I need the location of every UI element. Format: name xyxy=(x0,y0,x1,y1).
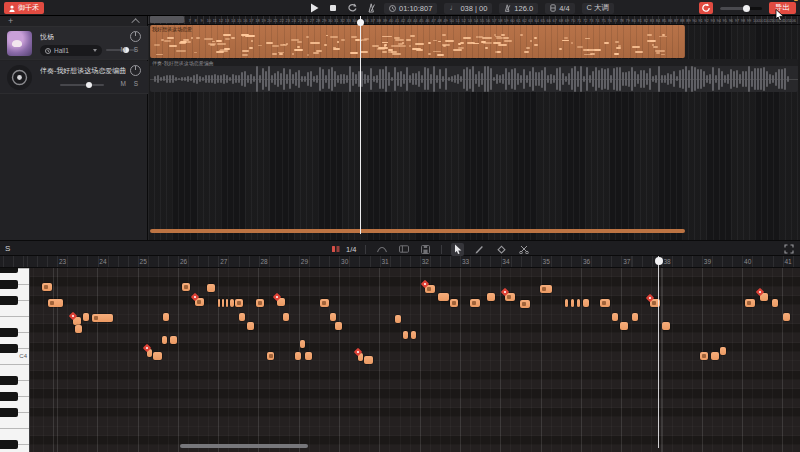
midi-note[interactable] xyxy=(583,299,589,307)
midi-note[interactable] xyxy=(520,300,530,308)
collapse-icon[interactable] xyxy=(131,18,139,26)
midi-note[interactable] xyxy=(75,325,82,333)
render-button[interactable] xyxy=(699,2,713,14)
midi-note[interactable] xyxy=(256,299,264,307)
piano-key-black[interactable] xyxy=(0,408,18,417)
midi-note[interactable] xyxy=(505,293,515,301)
playhead-handle[interactable] xyxy=(655,257,663,265)
midi-note[interactable] xyxy=(48,299,63,307)
play-button[interactable] xyxy=(308,2,320,14)
midi-note[interactable] xyxy=(267,352,274,360)
midi-note[interactable] xyxy=(411,331,416,339)
reverb-select[interactable]: Hall1 xyxy=(40,45,102,56)
midi-note[interactable] xyxy=(700,352,708,360)
add-track-button[interactable]: + xyxy=(8,16,13,26)
midi-note[interactable] xyxy=(335,322,342,330)
midi-note[interactable] xyxy=(540,285,552,293)
midi-note[interactable] xyxy=(218,299,220,307)
bpm-display[interactable]: 126.0 xyxy=(499,3,538,14)
volume-thumb[interactable] xyxy=(743,5,750,12)
midi-note[interactable] xyxy=(395,315,401,323)
midi-note[interactable] xyxy=(73,317,81,325)
midi-note[interactable] xyxy=(277,298,285,306)
piano-key-black[interactable] xyxy=(0,296,18,305)
midi-note[interactable] xyxy=(235,299,243,307)
midi-note[interactable] xyxy=(195,298,204,306)
master-volume-slider[interactable] xyxy=(720,2,762,14)
track-accompaniment[interactable]: 伴奏-我好想谈这场恋爱编曲 M S xyxy=(0,61,148,94)
midi-note[interactable] xyxy=(711,352,719,360)
piano-key-black[interactable] xyxy=(0,344,18,353)
midi-note[interactable] xyxy=(320,299,329,307)
midi-note[interactable] xyxy=(425,285,435,293)
pitch-curve-button[interactable] xyxy=(375,243,388,256)
loop-button[interactable] xyxy=(346,2,358,14)
piano-key-black[interactable] xyxy=(0,280,18,289)
midi-note[interactable] xyxy=(612,313,618,321)
timeline-ruler[interactable]: 1234567891011121314151617181920212223242… xyxy=(148,16,800,25)
midi-note[interactable] xyxy=(571,299,574,307)
midi-note[interactable] xyxy=(403,331,408,339)
midi-note[interactable] xyxy=(305,352,312,360)
expand-icon[interactable] xyxy=(784,244,794,254)
scissors-tool[interactable] xyxy=(517,243,530,256)
midi-note[interactable] xyxy=(487,293,495,301)
midi-note[interactable] xyxy=(182,283,190,291)
pencil-tool[interactable] xyxy=(473,243,486,256)
midi-note[interactable] xyxy=(42,283,52,291)
eraser-tool[interactable] xyxy=(495,243,508,256)
midi-note[interactable] xyxy=(772,299,778,307)
midi-note[interactable] xyxy=(247,322,254,330)
singer-button[interactable]: 御千禾 xyxy=(4,2,44,14)
midi-note[interactable] xyxy=(565,299,568,307)
midi-note[interactable] xyxy=(358,353,363,361)
track-vocal[interactable]: 悦杨 Hall1 M S xyxy=(0,27,148,60)
midi-note[interactable] xyxy=(92,314,113,322)
midi-note[interactable] xyxy=(226,299,228,307)
midi-note[interactable] xyxy=(222,299,224,307)
arrange-area[interactable]: 1234567891011121314151617181920212223242… xyxy=(148,16,800,240)
piano-roll-scrollbar[interactable] xyxy=(180,444,308,448)
midi-note[interactable] xyxy=(207,284,215,292)
midi-note[interactable] xyxy=(438,293,449,301)
midi-note[interactable] xyxy=(470,299,480,307)
midi-note[interactable] xyxy=(760,293,768,301)
note-grid[interactable] xyxy=(30,268,800,452)
midi-note[interactable] xyxy=(632,313,638,321)
midi-note[interactable] xyxy=(230,299,234,307)
midi-note[interactable] xyxy=(783,313,790,321)
piano-roll-playhead[interactable] xyxy=(658,256,659,448)
metronome-button[interactable] xyxy=(365,2,377,14)
piano-key-black[interactable] xyxy=(0,440,18,449)
key-display[interactable]: C 大调 xyxy=(582,3,615,14)
midi-note[interactable] xyxy=(300,340,305,348)
midi-note[interactable] xyxy=(163,313,169,321)
solo-button[interactable]: S xyxy=(134,46,138,53)
save-button[interactable] xyxy=(419,243,432,256)
pointer-tool[interactable] xyxy=(451,243,464,256)
audio-clip[interactable]: 伴奏-我好想谈这场恋爱编曲 xyxy=(150,59,798,92)
midi-note[interactable] xyxy=(577,299,580,307)
pan-knob[interactable] xyxy=(130,65,141,76)
midi-note[interactable] xyxy=(147,349,152,357)
midi-note[interactable] xyxy=(170,336,177,344)
volume-thumb[interactable] xyxy=(86,82,92,88)
params-button[interactable] xyxy=(397,243,410,256)
piano-key-black[interactable] xyxy=(0,376,18,385)
midi-note[interactable] xyxy=(600,299,610,307)
piano-roll-ruler[interactable]: 23242526272829303132333435363738394041 xyxy=(0,256,800,268)
midi-note[interactable] xyxy=(83,313,89,321)
piano-key-black[interactable] xyxy=(0,328,18,337)
time-signature-display[interactable]: 4/4 xyxy=(545,3,574,14)
mute-button[interactable]: M xyxy=(121,80,126,87)
midi-note[interactable] xyxy=(330,313,336,321)
piano-key-black[interactable] xyxy=(0,268,18,273)
midi-note[interactable] xyxy=(450,299,458,307)
midi-note[interactable] xyxy=(283,313,289,321)
solo-button[interactable]: S xyxy=(134,80,138,87)
snap-setting[interactable]: 1/4 xyxy=(332,245,356,254)
pan-knob[interactable] xyxy=(130,31,141,42)
track-volume-slider[interactable] xyxy=(60,83,104,87)
midi-clip[interactable]: 我好想谈这场恋爱 xyxy=(150,25,685,58)
time-display[interactable]: 01:10:807 xyxy=(384,3,437,14)
